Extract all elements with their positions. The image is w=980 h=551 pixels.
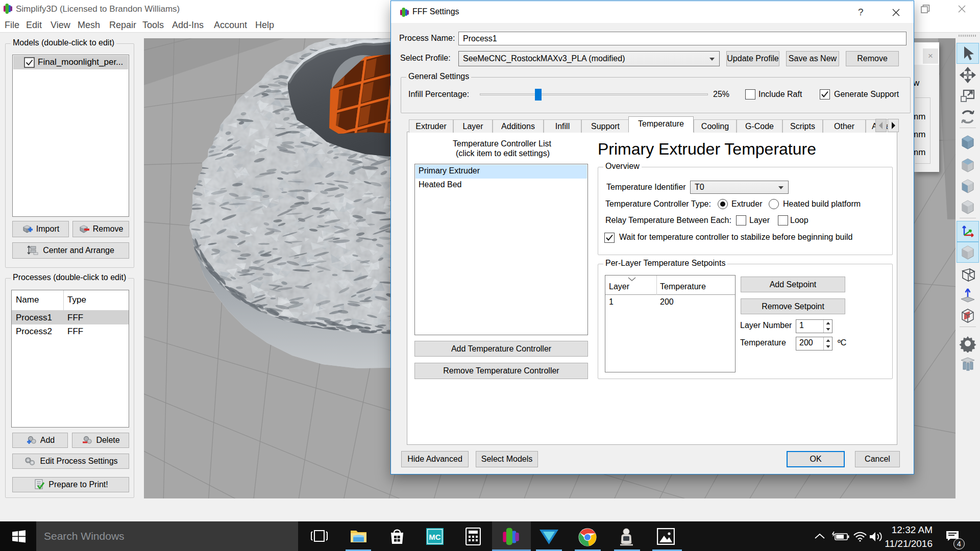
svg-text:MC: MC [429, 533, 440, 541]
